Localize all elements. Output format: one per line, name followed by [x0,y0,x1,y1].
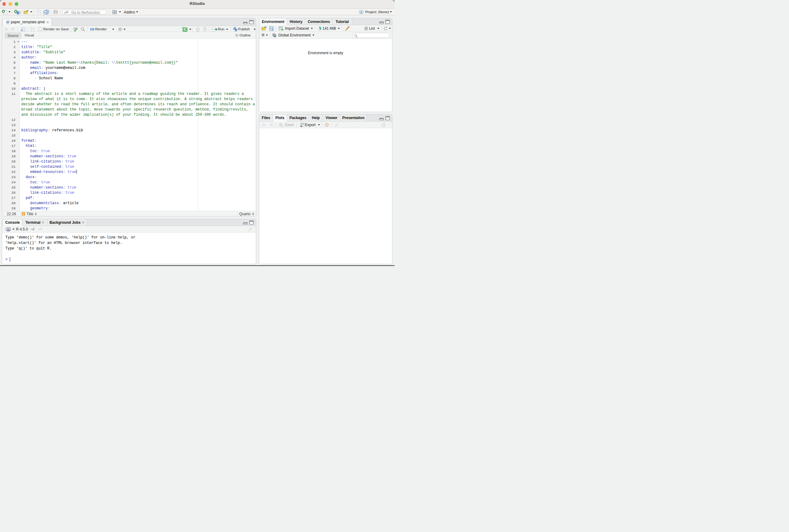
svg-text:#: # [23,212,24,215]
svg-text:R: R [7,227,10,232]
svg-text:R: R [361,11,362,14]
svg-text:R: R [17,11,19,14]
